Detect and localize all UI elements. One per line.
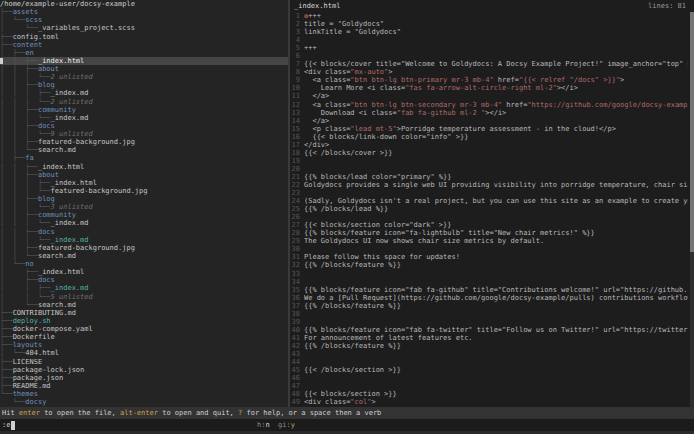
tree-item[interactable]: │ │ ├──community — [0, 211, 288, 219]
code-line: 23 — [290, 189, 688, 197]
tree-item-label: _index.md — [51, 284, 89, 292]
tree-branch-lines: │ └── — [0, 24, 38, 32]
code-preview: 1●+++2title = "Goldydocs"3linkTitle = "G… — [290, 12, 688, 406]
command-input-line[interactable]: :e h:n gi:y — [0, 419, 694, 431]
code-line: 27{{< blocks/section color="dark" >}} — [290, 221, 688, 229]
tree-item[interactable]: ├──assets — [0, 8, 288, 16]
tree-item[interactable]: │ ├──docs — [0, 276, 288, 284]
tree-item-label: Dockerfile — [13, 333, 55, 341]
preview-scrollbar[interactable] — [690, 12, 694, 407]
code-line: 47 — [290, 382, 688, 390]
tree-branch-lines: │ │ │ ├── — [0, 89, 51, 97]
tree-item[interactable]: │ │ │ └──featured-background.jpg — [0, 187, 288, 195]
tree-item[interactable]: └──themes — [0, 390, 288, 398]
line-number: 11 — [290, 92, 304, 100]
tree-item[interactable]: │ └──scss — [0, 16, 288, 24]
line-number: 23 — [290, 189, 304, 197]
status-bar: Hit enter to open the file, alt-enter to… — [0, 407, 694, 419]
tree-item[interactable]: │ │ │ ├──_index.html — [0, 179, 288, 187]
tree-item[interactable]: ├──README.md — [0, 382, 288, 390]
tree-item[interactable]: │ │ │ └──2 unlisted — [0, 98, 288, 106]
tree-branch-lines: ├── — [0, 8, 13, 16]
tree-item[interactable]: │ │ │ └──_index.md — [0, 219, 288, 227]
tree-item[interactable]: ├──deploy.sh — [0, 317, 288, 325]
tree-item-label: README.md — [13, 382, 51, 390]
tree-item[interactable]: ├──LICENSE — [0, 358, 288, 366]
tree-item[interactable]: │ │ ├──_index.html — [0, 163, 288, 171]
flag-label: gi: — [270, 421, 291, 429]
code-line: 24(Sadly, Goldydocs isn't a real project… — [290, 197, 688, 205]
code-line: 35{{% blocks/feature icon="fab fa-github… — [290, 286, 688, 294]
tree-item[interactable]: │ │ ├──featured-background.jpg — [0, 244, 288, 252]
line-number: 27 — [290, 221, 304, 229]
tree-item[interactable]: │ │ ├──blog — [0, 81, 288, 89]
tree-item[interactable]: └──docsy — [0, 398, 288, 406]
line-number: 5 — [290, 44, 304, 52]
line-number: 46 — [290, 374, 304, 382]
tree-item-label: docs — [38, 122, 55, 130]
tree-item-label: layouts — [13, 341, 43, 349]
tree-item[interactable]: │ │ │ └──_index.md — [0, 114, 288, 122]
tree-item[interactable]: ├──content — [0, 41, 288, 49]
text-cursor — [11, 421, 15, 430]
tree-item[interactable]: │ │ └──search.md — [0, 146, 288, 154]
tree-item[interactable]: │ │ ├──about — [0, 65, 288, 73]
tree-item[interactable]: │ ├──fa — [0, 154, 288, 162]
tree-item-label: _index.md — [51, 114, 89, 122]
code-line: 43 — [290, 350, 688, 358]
tree-item[interactable]: ├──Dockerfile — [0, 333, 288, 341]
tree-root-path[interactable]: /home/example-user/docsy-example — [0, 0, 288, 8]
tree-branch-lines: │ │ └── — [0, 293, 51, 301]
code-line: 34 — [290, 278, 688, 286]
tree-item[interactable]: │ │ ├──blog — [0, 195, 288, 203]
tree-item[interactable]: ├──package-lock.json — [0, 366, 288, 374]
tree-item[interactable]: │ └──no — [0, 260, 288, 268]
tree-branch-lines: │ │ │ └── — [0, 114, 51, 122]
tree-branch-lines: │ │ │ └── — [0, 98, 51, 106]
code-line: 15 <p class="lead mt-5">Porridge tempera… — [290, 125, 688, 133]
tree-item[interactable]: │ │ ├──about — [0, 171, 288, 179]
tree-item[interactable]: │ └──_variables_project.scss — [0, 24, 288, 32]
tree-item[interactable]: │ │ │ └──2 unlisted — [0, 73, 288, 81]
code-line: 14 </a> — [290, 117, 688, 125]
command-input-value[interactable]: :e — [2, 419, 10, 431]
line-number: 20 — [290, 165, 304, 173]
line-number: 40 — [290, 326, 304, 334]
tree-item[interactable]: │ │ └──search.md — [0, 252, 288, 260]
tree-item[interactable]: │ │ ├──featured-background.jpg — [0, 138, 288, 146]
preview-scrollbar-thumb[interactable] — [690, 12, 694, 252]
tree-item-label: _index.html — [38, 57, 84, 65]
tree-item[interactable]: │ │ │ └──9 unlisted — [0, 130, 288, 138]
panel-flags: h:n gi:y — [257, 419, 295, 431]
code-line: 45{{< /blocks/section >}} — [290, 366, 688, 374]
tree-branch-lines: │ │ │ └── — [0, 130, 51, 138]
line-number: 38 — [290, 310, 304, 318]
tree-item[interactable]: │ └──search.md — [0, 301, 288, 309]
tree-item[interactable]: │ │ │ └──_index.md — [0, 236, 288, 244]
line-number: 35 — [290, 286, 304, 294]
tree-branch-lines: ├── — [0, 33, 13, 41]
tree-item[interactable]: │ ├──en — [0, 49, 288, 57]
tree-item[interactable]: ├──config.toml — [0, 33, 288, 41]
tree-item[interactable]: ├──docker-compose.yaml — [0, 325, 288, 333]
status-text: to open the file, — [40, 409, 120, 417]
tree-item[interactable]: │ │ │ ├──_index.md — [0, 89, 288, 97]
tree-item[interactable]: │ │ │ └──3 unlisted — [0, 203, 288, 211]
tree-item[interactable]: ├──CONTRIBUTING.md — [0, 309, 288, 317]
code-line: 33 — [290, 270, 688, 278]
line-number: 13 — [290, 109, 304, 117]
tree-item-label: 5 unlisted — [51, 293, 93, 301]
tree-item[interactable]: ├──layouts — [0, 341, 288, 349]
tree-item[interactable]: │ └──404.html — [0, 349, 288, 357]
tree-item[interactable]: │ │ └──5 unlisted — [0, 293, 288, 301]
line-number: 6 — [290, 52, 304, 60]
tree-item[interactable]: ├──package.json — [0, 374, 288, 382]
tree-item[interactable]: │ │ ├──docs — [0, 122, 288, 130]
tree-item[interactable]: │ │ ├──_index.md — [0, 284, 288, 292]
tree-item-selected[interactable]: │ │ ├──_index.html — [0, 57, 288, 65]
tree-item[interactable]: │ │ ├──docs — [0, 228, 288, 236]
tree-item[interactable]: │ │ ├──community — [0, 106, 288, 114]
tree-branch-lines: │ │ └── — [0, 146, 38, 154]
tree-item-label: assets — [13, 8, 38, 16]
tree-item[interactable]: │ ├──_index.html — [0, 268, 288, 276]
